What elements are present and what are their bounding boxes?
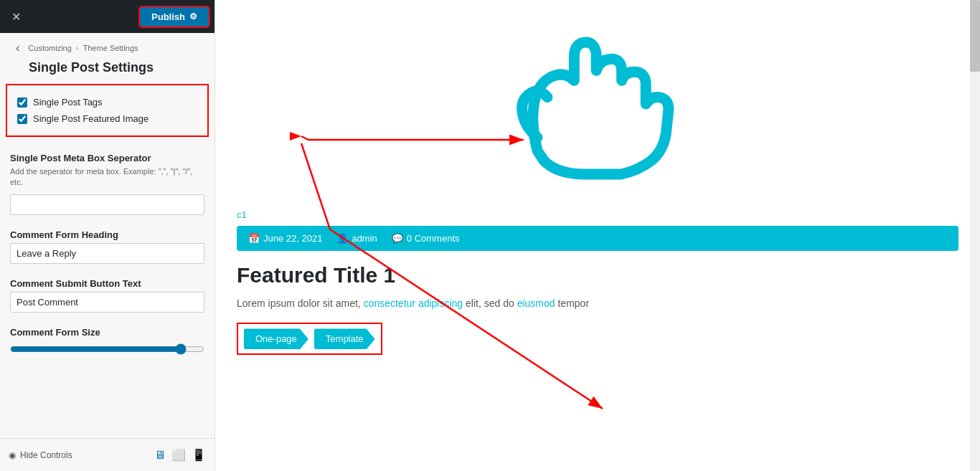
link-adipiscing[interactable]: adipiscing <box>418 298 463 309</box>
checkbox-section: Single Post Tags Single Post Featured Im… <box>6 84 209 137</box>
publish-label: Publish <box>151 11 185 22</box>
date-meta: 📅 June 22, 2021 <box>248 233 322 244</box>
page-title: Single Post Settings <box>0 59 215 84</box>
single-post-tags-checkbox[interactable] <box>17 97 27 108</box>
bottom-bar: ◉ Hide Controls 🖥 ⬜ 📱 <box>0 438 215 471</box>
link-consectetur[interactable]: consectetur <box>364 298 415 309</box>
single-post-tags-label: Single Post Tags <box>33 97 103 108</box>
featured-image-checkbox[interactable] <box>17 114 27 124</box>
top-bar-left: ✕ <box>6 7 27 27</box>
breadcrumb-end: Theme Settings <box>83 44 138 52</box>
publish-button[interactable]: Publish ⚙ <box>140 7 209 27</box>
comment-submit-input[interactable] <box>10 292 204 313</box>
left-panel: ✕ Publish ⚙ ‹ Customizing › Theme Settin… <box>0 0 215 471</box>
comments-icon: 💬 <box>392 233 403 244</box>
comment-submit-section: Comment Submit Button Text <box>0 271 215 320</box>
comment-form-heading-title: Comment Form Heading <box>10 229 204 240</box>
single-post-tags-row: Single Post Tags <box>17 94 197 110</box>
author-icon: 👤 <box>336 233 348 244</box>
meta-box-title: Single Post Meta Box Seperator <box>10 153 204 163</box>
comment-form-size-section: Comment Form Size <box>0 320 215 365</box>
gear-icon: ⚙ <box>189 11 197 22</box>
comment-form-size-slider[interactable] <box>10 343 204 355</box>
desktop-icon[interactable]: 🖥 <box>154 449 166 462</box>
post-excerpt: Lorem ipsum dolor sit amet, consectetur … <box>237 295 958 311</box>
tablet-icon[interactable]: ⬜ <box>171 448 186 462</box>
author-meta: 👤 admin <box>336 233 377 244</box>
comments-meta: 💬 0 Comments <box>392 233 460 244</box>
hide-controls-button[interactable]: ◉ Hide Controls <box>9 450 72 460</box>
eye-icon: ◉ <box>9 450 16 460</box>
featured-image-label: Single Post Featured Image <box>33 113 149 124</box>
hide-controls-label: Hide Controls <box>20 450 72 460</box>
hand-icon-area <box>215 0 980 208</box>
tag-template[interactable]: Template <box>314 328 375 349</box>
comment-submit-title: Comment Submit Button Text <box>10 278 204 289</box>
right-panel: c1 📅 June 22, 2021 👤 admin 💬 0 Comments … <box>215 0 980 471</box>
date-icon: 📅 <box>248 233 260 244</box>
top-bar: ✕ Publish ⚙ <box>0 0 215 33</box>
post-title: Featured Title 1 <box>237 262 958 288</box>
category-tag: c1 <box>237 209 247 220</box>
post-meta-bar: 📅 June 22, 2021 👤 admin 💬 0 Comments <box>237 226 958 251</box>
tag-one-page[interactable]: One-page <box>244 328 308 349</box>
scrollbar-track <box>970 0 980 471</box>
comments-text: 0 Comments <box>407 233 460 244</box>
device-icons: 🖥 ⬜ 📱 <box>154 448 206 462</box>
comment-form-heading-input[interactable] <box>10 243 204 264</box>
meta-box-desc: Add the seperator for meta box. Example:… <box>10 166 204 189</box>
close-button[interactable]: ✕ <box>6 7 27 27</box>
meta-box-input[interactable] <box>10 194 204 215</box>
hand-illustration <box>497 11 698 197</box>
breadcrumb-area: ‹ Customizing › Theme Settings <box>0 33 215 59</box>
back-button[interactable]: ‹ <box>11 40 24 56</box>
link-eiusmod[interactable]: eiusmod <box>517 298 555 309</box>
breadcrumb-start: Customizing <box>28 44 72 52</box>
scrollbar-thumb[interactable] <box>970 0 980 72</box>
post-area: c1 📅 June 22, 2021 👤 admin 💬 0 Comments … <box>215 208 980 369</box>
mobile-icon[interactable]: 📱 <box>192 448 206 462</box>
date-text: June 22, 2021 <box>263 233 322 244</box>
tags-row: One-page Template <box>244 328 375 349</box>
tags-container: One-page Template <box>237 323 382 355</box>
breadcrumb-separator: › <box>76 44 79 52</box>
comment-form-heading-section: Comment Form Heading <box>0 222 215 271</box>
featured-image-row: Single Post Featured Image <box>17 110 197 127</box>
comment-form-size-label: Comment Form Size <box>10 327 204 338</box>
panel-content: Single Post Tags Single Post Featured Im… <box>0 84 215 471</box>
author-text: admin <box>352 233 377 244</box>
meta-box-section: Single Post Meta Box Seperator Add the s… <box>0 146 215 222</box>
